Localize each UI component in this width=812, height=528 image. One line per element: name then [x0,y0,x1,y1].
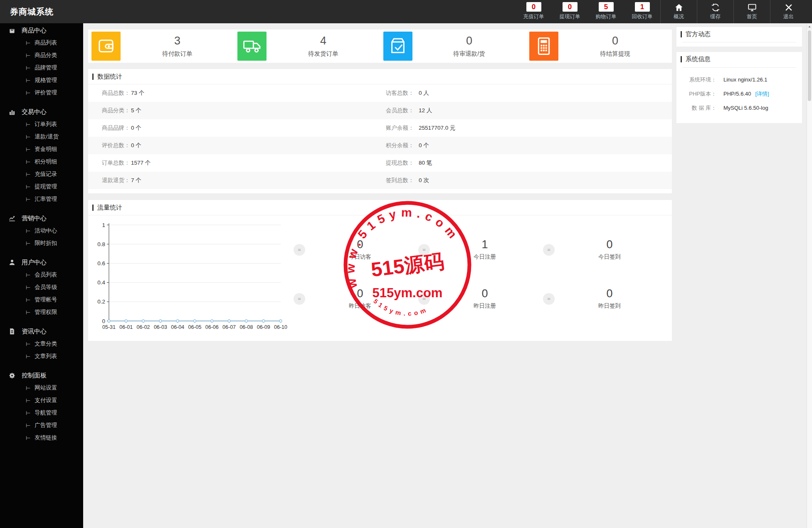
sidebar-item[interactable]: ⊢ 文章分类 [0,338,83,350]
branch-icon: ⊢ [26,410,30,416]
sidebar-item[interactable]: ⊢ 管理权限 [0,306,83,318]
sidebar-item[interactable]: ⊢ 充值记录 [0,168,83,180]
branch-icon: ⊢ [26,134,30,140]
sidebar-item[interactable]: ⊢ 网站设置 [0,382,83,394]
sidebar-section-header[interactable]: 资讯中心 [0,325,83,338]
branch-icon: ⊢ [26,385,30,391]
sidebar-item-label: 文章分类 [35,340,57,348]
trend-icon [8,215,16,222]
sidebar-item[interactable]: ⊢ 规格管理 [0,74,83,86]
header-badge[interactable]: 5 购物订单 [588,0,624,23]
home-icon [674,3,684,12]
sidebar-item[interactable]: ⊢ 管理帐号 [0,294,83,306]
scrollbar-thumb[interactable] [808,30,811,101]
main-content: 3 待付款订单 4 待发货订单 0 待审退款/货 0 待结算提现 数据统计 [83,23,807,528]
svg-text:0: 0 [102,318,105,324]
svg-text:06-05: 06-05 [188,324,202,330]
quick-stat-cell: = 0 昨日注册 [412,286,537,320]
sidebar-item[interactable]: ⊢ 活动中心 [0,225,83,237]
sidebar-item[interactable]: ⊢ 广告管理 [0,419,83,432]
bag-icon [8,27,16,34]
sidebar-item[interactable]: ⊢ 订单列表 [0,118,83,131]
sidebar-section-header[interactable]: 营销中心 [0,212,83,225]
sidebar-item[interactable]: ⊢ 商品分类 [0,49,83,62]
data-stats-title: 数据统计 [97,73,122,81]
card-label: 待结算提现 [558,50,672,58]
sidebar-section-header[interactable]: 用户中心 [0,256,83,269]
sidebar-item[interactable]: ⊢ 会员列表 [0,269,83,281]
badge-label: 回收订单 [632,13,653,20]
sidebar-item-label: 支付设置 [35,397,57,404]
quick-stat-label: 今日签到 [564,253,655,261]
gear-icon [8,372,16,379]
sidebar-item-label: 文章列表 [35,353,57,360]
sidebar-item-label: 商品分类 [35,52,57,59]
card-value: 3 [121,35,234,47]
branch-icon: ⊢ [26,272,30,278]
sidebar-item-label: 导航管理 [35,409,57,417]
summary-card[interactable]: 0 待结算提现 [526,30,672,63]
stat-label: 会员总数： [386,102,414,119]
details-link[interactable]: [详情] [755,91,769,97]
sidebar-item[interactable]: ⊢ 品牌管理 [0,62,83,74]
sidebar-item[interactable]: ⊢ 积分明细 [0,155,83,168]
sidebar-item[interactable]: ⊢ 商品列表 [0,37,83,49]
stat-value: 0 个 [131,137,141,154]
summary-card[interactable]: 4 待发货订单 [234,30,380,63]
divider [682,67,796,68]
sidebar-item[interactable]: ⊢ 导航管理 [0,407,83,419]
sidebar-item[interactable]: ⊢ 资金明细 [0,143,83,155]
stat-label: 退款退货： [102,172,130,189]
stat-placeholder-icon: = [543,244,555,256]
system-info-value: MySQLi 5.6.50-log [723,101,768,115]
sidebar-item[interactable]: ⊢ 退款/退货 [0,131,83,143]
close-icon [784,3,793,12]
data-stats-header: 数据统计 [88,69,672,84]
quick-stat-value: 0 [439,286,531,301]
sidebar-item[interactable]: ⊢ 限时折扣 [0,237,83,249]
header-badge[interactable]: 0 提现订单 [552,0,588,23]
branch-icon: ⊢ [26,121,30,128]
sidebar-section-header[interactable]: 控制面板 [0,369,83,382]
header-badge[interactable]: 0 充值订单 [516,0,552,23]
scroll-up-button[interactable]: ▲ [807,23,812,30]
sidebar-item-label: 订单列表 [35,121,57,128]
stat-placeholder-icon: = [543,293,555,305]
truck-icon [237,32,267,61]
sidebar-item[interactable]: ⊢ 文章列表 [0,350,83,363]
quick-stat-label: 今日访客 [314,253,406,261]
header-action[interactable]: 首页 [733,0,770,23]
sidebar-section-header[interactable]: 商品中心 [0,24,83,37]
sidebar-item[interactable]: ⊢ 提现管理 [0,180,83,193]
scrollbar[interactable]: ▲ [807,23,812,528]
system-info-title: 系统信息 [686,55,711,63]
stat-row: 商品品牌： 0 个 账户余额： 25517707.0 元 [88,119,672,137]
header-badge[interactable]: 1 回收订单 [624,0,660,23]
quick-stat-label: 昨日访客 [314,302,406,310]
branch-icon: ⊢ [26,309,30,316]
sidebar-item-label: 资金明细 [35,146,57,153]
sidebar-section-label: 营销中心 [22,215,47,222]
sidebar-section-header[interactable]: 交易中心 [0,106,83,118]
card-label: 待审退款/货 [412,50,526,58]
sidebar-item[interactable]: ⊢ 友情链接 [0,432,83,444]
stat-row: 评价总数： 0 个 积分余额： 0 个 [88,137,672,154]
summary-card[interactable]: 0 待审退款/货 [380,30,526,63]
sidebar-item[interactable]: ⊢ 支付设置 [0,394,83,407]
stat-label: 签到总数： [386,172,414,189]
stat-label: 订单总数： [102,154,130,172]
sidebar-item[interactable]: ⊢ 评价管理 [0,86,83,99]
header-action[interactable]: 缓存 [697,0,733,23]
svg-text:0.2: 0.2 [97,299,105,305]
quick-stat-cell: = 0 今日访客 [288,237,412,271]
summary-card[interactable]: 3 待付款订单 [88,30,234,63]
sidebar-item-label: 管理权限 [35,308,57,316]
sidebar-item[interactable]: ⊢ 汇率管理 [0,193,83,205]
header-action[interactable]: 概况 [660,0,697,23]
system-info-row: PHP版本： PHP/5.6.40[详情] [676,87,802,101]
stat-value: 0 次 [419,172,429,189]
header-action[interactable]: 退出 [770,0,807,23]
sidebar-item[interactable]: ⊢ 会员等级 [0,281,83,294]
sidebar-item-label: 退款/退货 [35,133,59,141]
branch-icon: ⊢ [26,159,30,165]
